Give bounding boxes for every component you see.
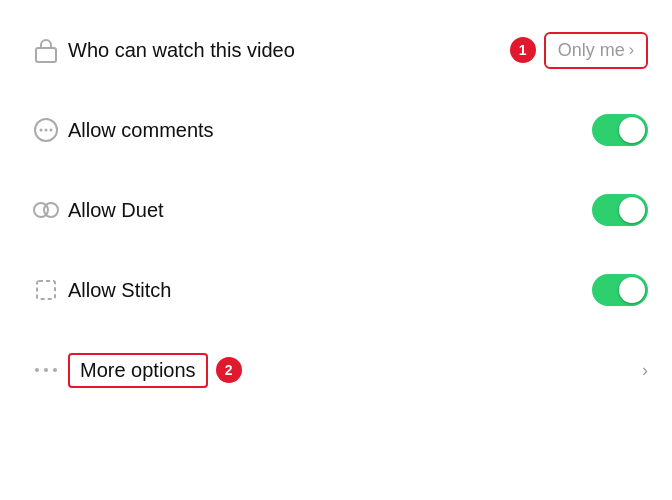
duet-icon: [24, 195, 68, 225]
allow-comments-toggle[interactable]: [592, 114, 648, 146]
dots-icon: [24, 355, 68, 385]
more-options-chevron: ›: [642, 360, 648, 381]
only-me-text: Only me: [558, 40, 625, 61]
svg-point-3: [45, 129, 48, 132]
svg-point-9: [44, 368, 48, 372]
who-can-watch-row: Who can watch this video 1 Only me ›: [0, 10, 672, 90]
allow-duet-row: Allow Duet: [0, 170, 672, 250]
allow-comments-label: Allow comments: [68, 119, 592, 142]
svg-point-8: [35, 368, 39, 372]
svg-rect-7: [37, 281, 55, 299]
more-options-text: More options: [80, 359, 196, 382]
who-can-watch-label: Who can watch this video: [68, 39, 510, 62]
lock-icon: [24, 35, 68, 65]
comment-icon: [24, 115, 68, 145]
allow-stitch-control: [592, 274, 648, 306]
svg-rect-0: [36, 48, 56, 62]
toggle-knob-stitch: [619, 277, 645, 303]
svg-point-2: [40, 129, 43, 132]
settings-list: Who can watch this video 1 Only me › All…: [0, 0, 672, 420]
allow-stitch-toggle[interactable]: [592, 274, 648, 306]
allow-duet-control: [592, 194, 648, 226]
stitch-icon: [24, 275, 68, 305]
badge-1: 1: [510, 37, 536, 63]
allow-stitch-label: Allow Stitch: [68, 279, 592, 302]
more-options-control: More options 2: [68, 353, 642, 388]
only-me-chevron: ›: [629, 41, 634, 59]
allow-stitch-row: Allow Stitch: [0, 250, 672, 330]
allow-comments-row: Allow comments: [0, 90, 672, 170]
who-can-watch-control: 1 Only me ›: [510, 32, 648, 69]
toggle-knob: [619, 117, 645, 143]
svg-point-6: [44, 203, 58, 217]
svg-point-10: [53, 368, 57, 372]
more-options-button[interactable]: More options: [68, 353, 208, 388]
badge-2: 2: [216, 357, 242, 383]
only-me-button[interactable]: Only me ›: [544, 32, 648, 69]
more-options-row: More options 2 ›: [0, 330, 672, 410]
allow-duet-label: Allow Duet: [68, 199, 592, 222]
allow-duet-toggle[interactable]: [592, 194, 648, 226]
more-options-badge-wrap: More options 2: [68, 353, 242, 388]
svg-point-4: [50, 129, 53, 132]
toggle-knob-duet: [619, 197, 645, 223]
allow-comments-control: [592, 114, 648, 146]
